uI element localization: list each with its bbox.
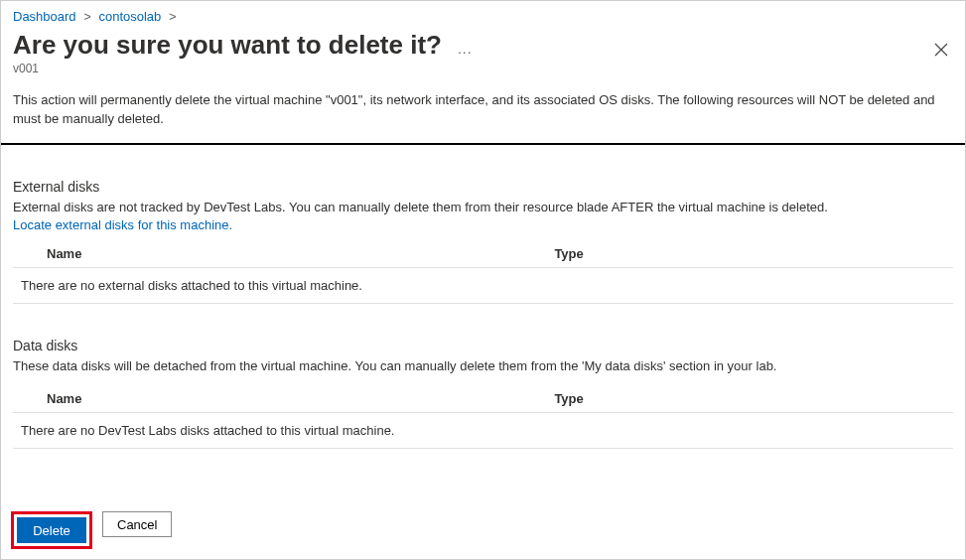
blade-header: Are you sure you want to delete it? ··· [1,28,965,62]
table-row-empty: There are no DevTest Labs disks attached… [13,413,953,449]
col-header-name[interactable]: Name [13,385,520,413]
table-row-empty: There are no external disks attached to … [13,267,953,303]
close-icon [934,43,948,57]
external-disks-table: Name Type There are no external disks at… [13,240,953,304]
data-disks-title: Data disks [13,338,953,353]
locate-external-disks-link[interactable]: Locate external disks for this machine. [13,217,953,232]
page-title: Are you sure you want to delete it? [13,30,442,61]
breadcrumb-lab[interactable]: contosolab [98,9,161,24]
data-disks-empty-msg: There are no DevTest Labs disks attached… [13,413,953,449]
action-bar: Delete Cancel [1,501,965,559]
cancel-button[interactable]: Cancel [102,511,172,537]
delete-description: This action will permanently delete the … [1,91,965,143]
data-disks-table: Name Type There are no DevTest Labs disk… [13,385,953,449]
external-disks-desc: External disks are not tracked by DevTes… [13,199,953,217]
breadcrumb-dashboard[interactable]: Dashboard [13,9,76,24]
col-header-type[interactable]: Type [520,240,953,268]
breadcrumb-sep: > [83,9,91,24]
external-disks-title: External disks [13,179,953,195]
breadcrumb: Dashboard > contosolab > [1,1,965,28]
close-button[interactable] [929,38,953,62]
external-disks-section: External disks External disks are not tr… [1,179,965,304]
divider [1,143,965,145]
external-disks-empty-msg: There are no external disks attached to … [13,267,953,303]
delete-button[interactable]: Delete [17,517,86,543]
data-disks-desc: These data disks will be detached from t… [13,357,953,376]
callout-highlight: Delete [11,511,92,549]
page-subtitle: v001 [1,62,965,91]
col-header-type[interactable]: Type [520,385,953,413]
breadcrumb-sep: > [169,9,177,24]
more-actions-icon[interactable]: ··· [458,44,473,60]
col-header-name[interactable]: Name [13,240,520,268]
data-disks-section: Data disks These data disks will be deta… [1,338,965,450]
